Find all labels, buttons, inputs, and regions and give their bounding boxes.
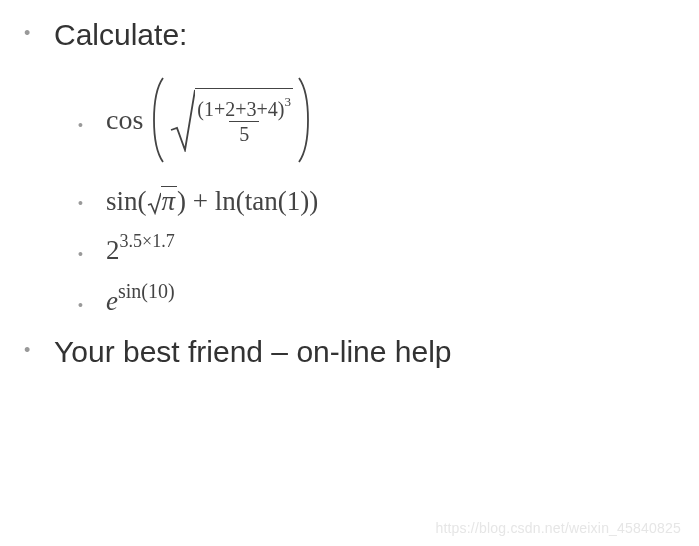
outer-list: Calculate: cos (1+ bbox=[0, 18, 699, 369]
watermark: https://blog.csdn.net/weixin_45840825 bbox=[435, 520, 681, 536]
sqrt-icon bbox=[147, 186, 161, 216]
f2-plus: + bbox=[186, 186, 215, 216]
calculate-heading: Calculate: bbox=[54, 18, 187, 51]
item-calculate: Calculate: cos (1+ bbox=[0, 18, 699, 317]
f2-tan-arg: 1 bbox=[287, 186, 301, 216]
formula-3: 23.5×1.7 bbox=[54, 233, 699, 266]
f1-num-exp: 3 bbox=[285, 94, 292, 109]
sqrt-icon bbox=[169, 88, 195, 152]
f3-exp: 3.5×1.7 bbox=[120, 231, 175, 251]
f2-pi: π bbox=[161, 186, 178, 215]
formula-4: esin(10) bbox=[54, 282, 699, 317]
item-friend: Your best friend – on-line help bbox=[0, 335, 699, 369]
right-paren-icon bbox=[293, 75, 317, 165]
f1-func: cos bbox=[106, 104, 143, 136]
f2-ln: ln bbox=[215, 186, 236, 216]
left-paren-icon bbox=[145, 75, 169, 165]
f3-base: 2 bbox=[106, 235, 120, 265]
formula-list: cos (1+2+3+4)3 5 bbox=[54, 70, 699, 317]
f4-base: e bbox=[106, 286, 118, 316]
f4-exp-func: sin bbox=[118, 280, 141, 302]
formula-1: cos (1+2+3+4)3 5 bbox=[54, 70, 699, 170]
f2-tan: tan bbox=[245, 186, 278, 216]
formula-2: sin(π) + ln(tan(1)) bbox=[54, 186, 699, 217]
f4-exp-arg: 10 bbox=[148, 280, 168, 302]
f1-den: 5 bbox=[229, 121, 259, 146]
f1-fraction: (1+2+3+4)3 5 bbox=[195, 97, 293, 146]
friend-text: Your best friend – on-line help bbox=[54, 335, 452, 368]
f2-sin: sin bbox=[106, 186, 138, 216]
f1-num-base: (1+2+3+4) bbox=[197, 98, 284, 120]
